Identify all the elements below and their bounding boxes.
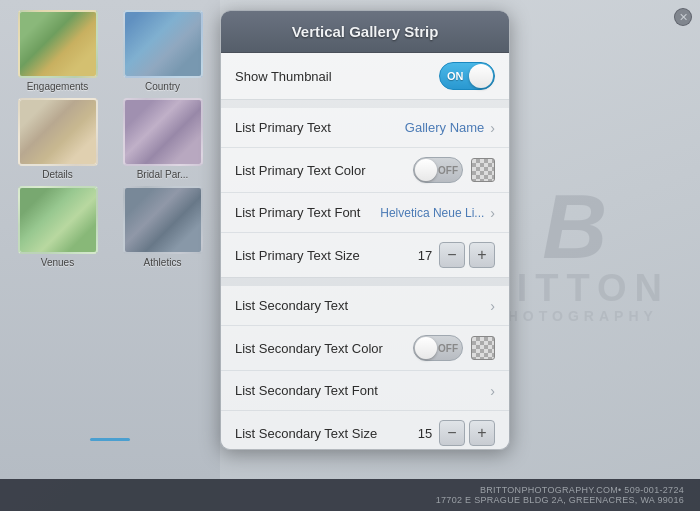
secondary-text-size-decrease[interactable]: − (439, 420, 465, 446)
footer-address: 17702 E SPRAGUE BLDG 2A, GREENACRES, WA … (436, 495, 684, 505)
close-button[interactable]: ✕ (674, 8, 692, 26)
gallery-item-engagements[interactable]: Engagements (8, 10, 107, 92)
gallery-label-engagements: Engagements (27, 81, 89, 92)
list-primary-text-color-label: List Primary Text Color (235, 163, 366, 178)
primary-color-toggle[interactable]: OFF (413, 157, 463, 183)
toggle-knob-primary-color (415, 159, 437, 181)
panel-content: Show Thumbnail ON List Primary Text Gall… (221, 53, 509, 450)
primary-text-size-decrease[interactable]: − (439, 242, 465, 268)
show-thumbnail-row: Show Thumbnail ON (221, 53, 509, 99)
panel-title: Vertical Gallery Strip (292, 23, 439, 40)
list-primary-text-row[interactable]: List Primary Text Gallery Name › (221, 108, 509, 148)
list-secondary-text-font-label: List Secondary Text Font (235, 383, 378, 398)
gallery-item-bridal[interactable]: Bridal Par... (113, 98, 212, 180)
secondary-text-group: List Secondary Text › List Secondary Tex… (221, 286, 509, 450)
main-panel: Vertical Gallery Strip Show Thumbnail ON… (220, 10, 510, 450)
list-secondary-text-size-row: List Secondary Text Size 15 − + (221, 411, 509, 450)
footer-phone: • 509-001-2724 (618, 485, 684, 495)
list-secondary-text-row[interactable]: List Secondary Text › (221, 286, 509, 326)
toggle-knob (469, 64, 493, 88)
sidebar-accent (90, 438, 130, 441)
show-thumbnail-toggle[interactable]: ON (439, 62, 495, 90)
chevron-icon-secondary: › (490, 298, 495, 314)
gallery-thumb-venues (18, 186, 98, 254)
list-secondary-text-color-label: List Secondary Text Color (235, 341, 383, 356)
chevron-icon-primary: › (490, 120, 495, 136)
chevron-icon-primary-font: › (490, 205, 495, 221)
list-primary-text-font-label: List Primary Text Font (235, 205, 360, 220)
primary-text-group: List Primary Text Gallery Name › List Pr… (221, 108, 509, 278)
secondary-text-size-value: 15 (415, 426, 435, 441)
gallery-label-bridal: Bridal Par... (137, 169, 189, 180)
thumbnail-group: Show Thumbnail ON (221, 53, 509, 100)
gallery-item-details[interactable]: Details (8, 98, 107, 180)
gallery-item-athletics[interactable]: Athletics (113, 186, 212, 268)
list-primary-text-font-value: Helvetica Neue Li... (380, 206, 484, 220)
gallery-label-details: Details (42, 169, 73, 180)
toggle-knob-secondary-color (415, 337, 437, 359)
footer-website: BRITTONPHOTOGRAPHY.COM (480, 485, 618, 495)
primary-text-size-increase[interactable]: + (469, 242, 495, 268)
primary-color-swatch[interactable] (471, 158, 495, 182)
list-secondary-text-font-row[interactable]: List Secondary Text Font › (221, 371, 509, 411)
list-secondary-text-size-label: List Secondary Text Size (235, 426, 377, 441)
secondary-text-size-stepper: 15 − + (415, 420, 495, 446)
list-primary-text-label: List Primary Text (235, 120, 331, 135)
secondary-color-swatch[interactable] (471, 336, 495, 360)
chevron-icon-secondary-font: › (490, 383, 495, 399)
list-secondary-text-color-row: List Secondary Text Color OFF (221, 326, 509, 371)
list-primary-text-value: Gallery Name (405, 120, 484, 135)
list-primary-text-size-label: List Primary Text Size (235, 248, 360, 263)
gallery-label-country: Country (145, 81, 180, 92)
show-thumbnail-label: Show Thumbnail (235, 69, 332, 84)
list-primary-text-color-row: List Primary Text Color OFF (221, 148, 509, 193)
list-primary-text-font-row[interactable]: List Primary Text Font Helvetica Neue Li… (221, 193, 509, 233)
gallery-grid: Engagements Country Details Bridal Par..… (8, 10, 212, 268)
list-secondary-text-label: List Secondary Text (235, 298, 348, 313)
gallery-item-venues[interactable]: Venues (8, 186, 107, 268)
list-primary-text-size-row: List Primary Text Size 17 − + (221, 233, 509, 277)
gallery-thumb-country (123, 10, 203, 78)
gallery-thumb-athletics (123, 186, 203, 254)
panel-header: Vertical Gallery Strip (221, 11, 509, 53)
gallery-thumb-engagements (18, 10, 98, 78)
footer: BRITTONPHOTOGRAPHY.COM• 509-001-2724 177… (0, 479, 700, 511)
gallery-thumb-details (18, 98, 98, 166)
gallery-label-venues: Venues (41, 257, 74, 268)
footer-text: BRITTONPHOTOGRAPHY.COM• 509-001-2724 177… (436, 485, 684, 505)
gallery-label-athletics: Athletics (144, 257, 182, 268)
list-primary-text-font-value-container: Helvetica Neue Li... › (380, 205, 495, 221)
secondary-color-toggle[interactable]: OFF (413, 335, 463, 361)
secondary-text-size-increase[interactable]: + (469, 420, 495, 446)
toggle-on-label: ON (447, 70, 464, 82)
list-primary-text-value-container: Gallery Name › (405, 120, 495, 136)
secondary-color-toggle-label: OFF (438, 343, 458, 354)
gallery-thumb-bridal (123, 98, 203, 166)
primary-text-size-value: 17 (415, 248, 435, 263)
primary-color-toggle-label: OFF (438, 165, 458, 176)
gallery-item-country[interactable]: Country (113, 10, 212, 92)
sidebar: Engagements Country Details Bridal Par..… (0, 0, 220, 479)
primary-text-size-stepper: 17 − + (415, 242, 495, 268)
